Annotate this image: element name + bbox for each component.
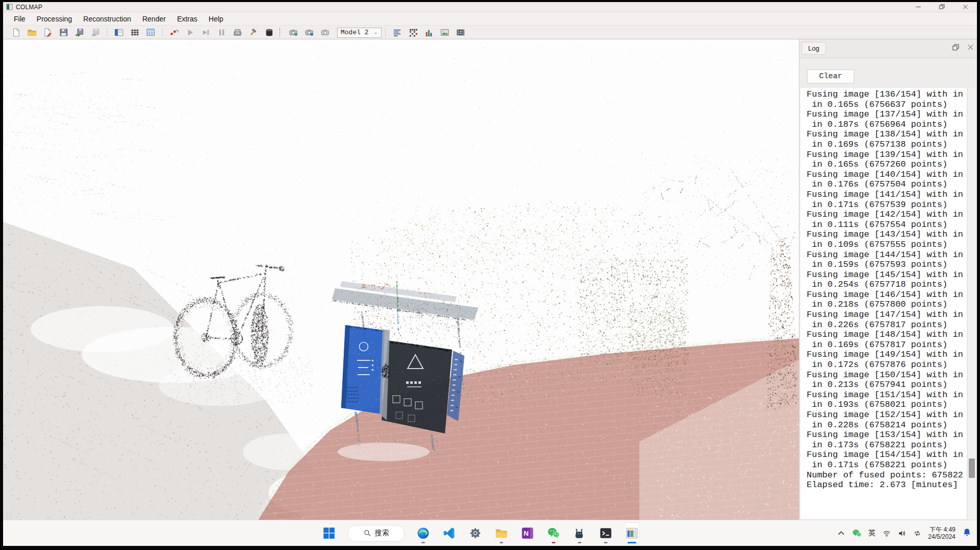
toolbar-automatic-reconstruction-button[interactable] <box>168 27 181 38</box>
clock[interactable]: 下午 4:4924/5/2024 <box>928 526 955 540</box>
wifi-icon[interactable] <box>882 529 891 538</box>
float-panel-icon[interactable] <box>952 43 959 53</box>
taskbar-edge[interactable] <box>415 522 431 544</box>
menu-file[interactable]: File <box>8 14 31 24</box>
image-icon <box>440 28 450 37</box>
auto-icon <box>169 28 179 37</box>
taskbar-onenote[interactable]: N <box>520 522 535 544</box>
page-icon <box>11 28 21 37</box>
toolbar-database-button[interactable] <box>263 27 276 38</box>
terminal-icon <box>599 526 612 540</box>
machine-icon <box>233 28 242 37</box>
clear-log-button[interactable]: Clear <box>807 70 854 83</box>
menu-processing[interactable]: Processing <box>31 14 78 24</box>
model-viewport[interactable] <box>3 39 799 520</box>
menu-bar: FileProcessingReconstructionRenderExtras… <box>3 13 977 26</box>
cam-blue-icon <box>304 28 314 37</box>
taskbar-terminal[interactable] <box>598 522 613 544</box>
skip-icon <box>201 28 211 37</box>
match-grid-icon <box>408 28 418 37</box>
vscode-icon <box>442 526 456 540</box>
toolbar-feature-matching-button[interactable] <box>128 27 142 38</box>
panel-blue-icon <box>114 28 124 37</box>
taskbar-colmap[interactable] <box>624 522 639 544</box>
log-output[interactable]: Fusing image [136/154] with in in 0.165s… <box>807 89 967 519</box>
toolbar-statistics-button[interactable] <box>422 27 436 38</box>
toolbar-save-project-button[interactable] <box>57 27 71 38</box>
toolbar-match-matrix-button[interactable] <box>407 27 420 38</box>
start-button-icon <box>322 526 336 540</box>
taskbar-settings[interactable] <box>467 522 483 544</box>
log-panel: Log Clear Fusing image [136/154] with in… <box>799 39 977 520</box>
log-scrollbar[interactable] <box>967 88 976 519</box>
running-indicator <box>500 542 503 543</box>
settings-icon <box>469 526 482 540</box>
toolbar-start-reconstruction-button[interactable] <box>184 27 197 38</box>
toolbar-render-options-b-button[interactable] <box>303 27 316 38</box>
taskbar-vscode[interactable] <box>441 522 457 544</box>
taskbar-start-button[interactable] <box>321 522 337 544</box>
model-selector[interactable]: Model 2⌄ <box>337 28 382 38</box>
wechat-icon <box>547 526 560 540</box>
taskbar-search[interactable]: 搜索 <box>347 525 405 542</box>
toolbar-edit-project-button[interactable] <box>41 27 55 38</box>
colmap-app-icon <box>6 4 13 10</box>
taskbar-cat-app[interactable] <box>572 522 587 544</box>
toolbar-log-toggle-button[interactable] <box>391 27 404 38</box>
toolbar-group-extras <box>389 27 469 38</box>
toolbar-open-project-button[interactable] <box>26 27 39 38</box>
log-scrollbar-thumb[interactable] <box>969 459 975 478</box>
title-bar: COLMAP <box>3 2 977 12</box>
running-indicator <box>421 542 425 543</box>
speaker-icon[interactable] <box>898 529 906 538</box>
toolbar-render-reset-button[interactable] <box>319 27 332 38</box>
minimize-button[interactable] <box>906 2 930 12</box>
grid-dark-icon <box>130 28 140 37</box>
toolbar-export-model-button[interactable] <box>89 27 102 38</box>
toolbar-pause-reconstruction-button[interactable] <box>215 27 229 38</box>
menu-help[interactable]: Help <box>203 14 229 24</box>
toolbar-grab-image-button[interactable] <box>438 27 452 38</box>
menu-extras[interactable]: Extras <box>171 14 203 24</box>
menu-reconstruction[interactable]: Reconstruction <box>78 14 137 24</box>
toolbar-group-render: Model 2⌄ <box>285 27 382 38</box>
colmap-icon <box>625 526 638 540</box>
toolbar-separator <box>162 28 163 37</box>
toolbar-import-model-button[interactable] <box>73 27 86 38</box>
toolbar-dense-reconstruction-button[interactable] <box>247 27 260 38</box>
tray-chevron-up-icon[interactable] <box>837 529 845 538</box>
log-toolbar: Clear <box>799 58 977 88</box>
main-area: Log Clear Fusing image [136/154] with in… <box>3 39 977 520</box>
log-panel-header: Log <box>799 39 977 58</box>
toolbar-bundle-adjustment-button[interactable] <box>231 27 244 38</box>
running-indicator <box>578 542 582 543</box>
toolbar-render-movie-button[interactable] <box>454 27 467 38</box>
edge-icon <box>416 526 430 540</box>
log-output-container: Fusing image [136/154] with in in 0.165s… <box>800 88 967 519</box>
notification-bell-icon[interactable] <box>962 528 972 539</box>
point-cloud-scene[interactable] <box>3 39 799 520</box>
sync-icon[interactable] <box>913 529 922 538</box>
import-icon <box>75 28 84 37</box>
toolbar-render-options-a-button[interactable] <box>287 27 300 38</box>
page-edit-icon <box>43 28 53 37</box>
close-panel-icon[interactable] <box>967 43 974 53</box>
toolbar-new-project-button[interactable] <box>10 27 23 38</box>
cylinder-icon <box>264 28 274 37</box>
restore-button[interactable] <box>930 2 953 12</box>
close-button[interactable] <box>953 2 977 12</box>
ime-indicator[interactable]: 英 <box>868 529 876 538</box>
toolbar-step-reconstruction-button[interactable] <box>199 27 213 38</box>
toolbar-feature-extraction-button[interactable] <box>113 27 126 38</box>
onenote-icon: N <box>521 526 534 540</box>
menu-render[interactable]: Render <box>137 14 171 24</box>
table-blue-icon <box>146 28 155 37</box>
tray-wechat-icon[interactable] <box>852 529 862 538</box>
taskbar-file-explorer[interactable] <box>494 522 509 544</box>
taskbar-wechat[interactable] <box>546 522 561 544</box>
model-selector-value: Model 2 <box>341 29 369 36</box>
toolbar-database-management-button[interactable] <box>144 27 158 38</box>
export-icon <box>91 28 100 37</box>
running-indicator <box>604 542 608 543</box>
system-tray: 英下午 4:4924/5/2024 <box>837 520 972 546</box>
